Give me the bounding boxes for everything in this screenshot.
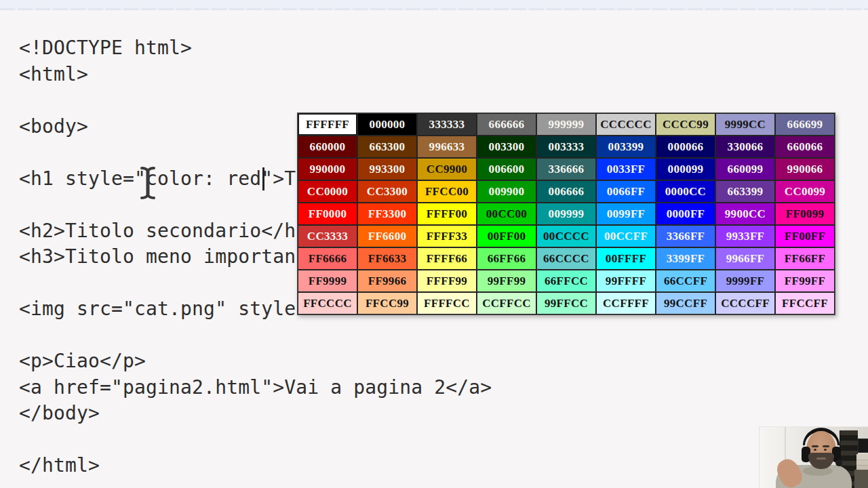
color-swatch-ff6600[interactable]: FF6600 xyxy=(357,225,417,247)
color-swatch-666666[interactable]: 666666 xyxy=(477,113,536,136)
color-swatch-0000ff[interactable]: 0000FF xyxy=(656,203,715,225)
color-swatch-ff0000[interactable]: FF0000 xyxy=(298,203,357,225)
color-swatch-cc0099[interactable]: CC0099 xyxy=(775,180,835,203)
color-swatch-ff3300[interactable]: FF3300 xyxy=(357,203,417,225)
color-swatch-663300[interactable]: 663300 xyxy=(357,136,417,158)
color-swatch-003399[interactable]: 003399 xyxy=(596,136,656,158)
color-swatch-99ffff[interactable]: 99FFFF xyxy=(596,270,656,292)
color-swatch-000000[interactable]: 000000 xyxy=(357,113,417,136)
color-swatch-3399ff[interactable]: 3399FF xyxy=(656,247,715,270)
color-swatch-ffcccc[interactable]: FFCCCC xyxy=(298,292,357,314)
desk xyxy=(854,470,868,488)
color-swatch-ff9966[interactable]: FF9966 xyxy=(357,270,417,292)
color-swatch-99ff99[interactable]: 99FF99 xyxy=(477,270,536,292)
color-swatch-9900cc[interactable]: 9900CC xyxy=(715,203,775,225)
color-swatch-00cc00[interactable]: 00CC00 xyxy=(477,203,536,225)
color-swatch-006600[interactable]: 006600 xyxy=(477,158,536,180)
color-swatch-ffcc99[interactable]: FFCC99 xyxy=(357,292,417,314)
code-line[interactable]: <p>Ciao</p> xyxy=(19,348,492,375)
color-swatch-ff00ff[interactable]: FF00FF xyxy=(775,225,835,247)
color-swatch-ff9999[interactable]: FF9999 xyxy=(298,270,357,292)
color-swatch-ccffcc[interactable]: CCFFCC xyxy=(477,292,536,314)
color-swatch-006666[interactable]: 006666 xyxy=(536,180,596,203)
text-caret xyxy=(262,167,264,190)
color-swatch-660066[interactable]: 660066 xyxy=(775,136,835,158)
color-swatch-ffff00[interactable]: FFFF00 xyxy=(417,203,477,225)
color-swatch-663399[interactable]: 663399 xyxy=(715,180,775,203)
code-line[interactable]: <a href="pagina2.html">Vai a pagina 2</a… xyxy=(19,375,492,401)
color-swatch-990000[interactable]: 990000 xyxy=(298,158,357,180)
color-swatch-333333[interactable]: 333333 xyxy=(417,113,477,136)
color-swatch-ff66ff[interactable]: FF66FF xyxy=(775,247,835,270)
color-swatch-ccffff[interactable]: CCFFFF xyxy=(596,292,656,314)
top-bar xyxy=(0,0,868,10)
code-line[interactable] xyxy=(19,87,492,114)
eyebrow-right xyxy=(823,445,829,447)
color-swatch-66ff66[interactable]: 66FF66 xyxy=(477,247,536,270)
color-swatch-0000cc[interactable]: 0000CC xyxy=(656,180,715,203)
color-swatch-990066[interactable]: 990066 xyxy=(775,158,835,180)
color-swatch-660099[interactable]: 660099 xyxy=(715,158,775,180)
tv-screen xyxy=(858,439,868,453)
color-swatch-0033ff[interactable]: 0033FF xyxy=(596,158,656,180)
color-swatch-66ffcc[interactable]: 66FFCC xyxy=(536,270,596,292)
code-line[interactable]: <!DOCTYPE html> xyxy=(19,35,492,62)
color-swatch-99ccff[interactable]: 99CCFF xyxy=(656,292,715,314)
color-swatch-ffff33[interactable]: FFFF33 xyxy=(417,225,477,247)
code-line[interactable]: </body> xyxy=(19,401,492,427)
color-swatch-0099ff[interactable]: 0099FF xyxy=(596,203,656,225)
code-line[interactable] xyxy=(19,323,492,349)
eye-left xyxy=(814,449,816,451)
color-swatch-ffcc00[interactable]: FFCC00 xyxy=(417,180,477,203)
color-swatch-00ffff[interactable]: 00FFFF xyxy=(596,247,656,270)
color-swatch-00ccff[interactable]: 00CCFF xyxy=(596,225,656,247)
color-swatch-ffff99[interactable]: FFFF99 xyxy=(417,270,477,292)
color-swatch-ccccff[interactable]: CCCCFF xyxy=(715,292,775,314)
color-swatch-ff99ff[interactable]: FF99FF xyxy=(775,270,835,292)
color-swatch-003300[interactable]: 003300 xyxy=(477,136,536,158)
color-swatch-9999ff[interactable]: 9999FF xyxy=(715,270,775,292)
color-swatch-ff0099[interactable]: FF0099 xyxy=(775,203,835,225)
code-line[interactable]: </html> xyxy=(19,453,492,479)
color-swatch-993300[interactable]: 993300 xyxy=(357,158,417,180)
color-swatch-cccc99[interactable]: CCCC99 xyxy=(656,113,715,136)
color-swatch-660000[interactable]: 660000 xyxy=(298,136,357,158)
code-line[interactable]: <html> xyxy=(19,62,492,88)
color-swatch-999999[interactable]: 999999 xyxy=(536,113,596,136)
color-swatch-666699[interactable]: 666699 xyxy=(775,113,835,136)
color-swatch-000099[interactable]: 000099 xyxy=(656,158,715,180)
color-swatch-cc9900[interactable]: CC9900 xyxy=(417,158,477,180)
ibeam-cursor-icon xyxy=(137,165,159,204)
color-swatch-996633[interactable]: 996633 xyxy=(417,136,477,158)
color-swatch-ffffcc[interactable]: FFFFCC xyxy=(417,292,477,314)
color-swatch-9966ff[interactable]: 9966FF xyxy=(715,247,775,270)
color-swatch-66cccc[interactable]: 66CCCC xyxy=(536,247,596,270)
color-swatch-003333[interactable]: 003333 xyxy=(536,136,596,158)
color-swatch-336666[interactable]: 336666 xyxy=(536,158,596,180)
color-swatch-3366ff[interactable]: 3366FF xyxy=(656,225,715,247)
color-swatch-ffff66[interactable]: FFFF66 xyxy=(417,247,477,270)
color-swatch-9999cc[interactable]: 9999CC xyxy=(715,113,775,136)
color-swatch-330066[interactable]: 330066 xyxy=(715,136,775,158)
code-line[interactable] xyxy=(19,427,492,453)
color-swatch-ffccff[interactable]: FFCCFF xyxy=(775,292,835,314)
color-swatch-0066ff[interactable]: 0066FF xyxy=(596,180,656,203)
color-swatch-ffffff[interactable]: FFFFFF xyxy=(298,113,357,136)
color-swatch-9933ff[interactable]: 9933FF xyxy=(715,225,775,247)
cabinet xyxy=(856,454,868,470)
color-swatch-66ccff[interactable]: 66CCFF xyxy=(656,270,715,292)
color-swatch-00cccc[interactable]: 00CCCC xyxy=(536,225,596,247)
color-swatch-00ff00[interactable]: 00FF00 xyxy=(477,225,536,247)
color-swatch-cc0000[interactable]: CC0000 xyxy=(298,180,357,203)
headset-hinge xyxy=(835,460,842,466)
color-swatch-009999[interactable]: 009999 xyxy=(536,203,596,225)
color-swatch-99ffcc[interactable]: 99FFCC xyxy=(536,292,596,314)
eye-right xyxy=(824,449,827,451)
color-swatch-000066[interactable]: 000066 xyxy=(656,136,715,158)
color-swatch-cc3333[interactable]: CC3333 xyxy=(298,225,357,247)
color-swatch-ff6633[interactable]: FF6633 xyxy=(357,247,417,270)
color-swatch-009900[interactable]: 009900 xyxy=(477,180,536,203)
color-swatch-cc3300[interactable]: CC3300 xyxy=(357,180,417,203)
color-swatch-cccccc[interactable]: CCCCCC xyxy=(596,113,656,136)
color-swatch-ff6666[interactable]: FF6666 xyxy=(298,247,357,270)
